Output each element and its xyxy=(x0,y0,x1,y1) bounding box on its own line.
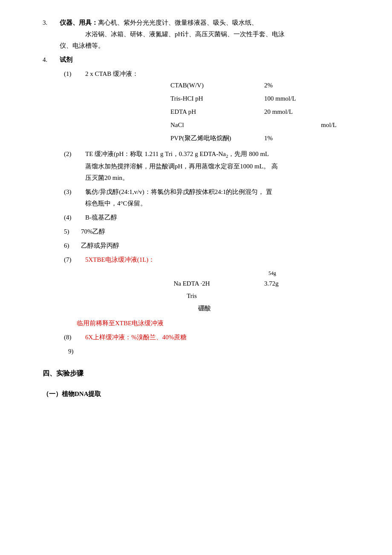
tbe-value-col-1: 54g 3.72g xyxy=(264,269,279,290)
paren-2-text1a: TE 缓冲液(pH：称取 1.211 g Tri，0.372 g EDTA-Na xyxy=(85,150,226,157)
item-3-text1: 离心机、紫外分光光度计、微量移液器、吸头、吸水纸、 xyxy=(98,19,258,26)
paren-4-label: (4) xyxy=(64,212,85,223)
item-3: 3. 仪器、用具：离心机、紫外分光光度计、微量移液器、吸头、吸水纸、 水浴锅、冰… xyxy=(43,17,358,52)
tbe-label-2: Tris xyxy=(145,290,239,302)
ctab-row-5: PVP(聚乙烯吡咯烷酮) 1% xyxy=(170,133,358,144)
ctab-value-1: 2% xyxy=(264,80,341,91)
ctab-label-5: PVP(聚乙烯吡咯烷酮) xyxy=(170,133,264,144)
paren-1-title: 2 x CTAB 缓冲液： xyxy=(85,68,358,80)
item-3-content: 仪器、用具：离心机、紫外分光光度计、微量移液器、吸头、吸水纸、 水浴锅、冰箱、研… xyxy=(60,17,358,52)
paren-8-text: 6X上样缓冲液：%溴酚兰、40%蔗糖 xyxy=(85,332,187,343)
paren-2-line2: 蒸馏水加热搅拌溶解，用盐酸调pH，再用蒸馏水定容至1000 mL。 高 xyxy=(85,161,358,172)
item-5-text: 70%乙醇 xyxy=(81,226,106,237)
paren-8-label: (8) xyxy=(64,332,85,343)
section-4-block: 四、实验步骤 xyxy=(43,367,358,380)
tbe-label-1: Na EDTA ·2H xyxy=(145,278,239,289)
ctab-row-2: Tris-HCI pH 100 mmol/L xyxy=(170,93,358,104)
item-3-line2: 水浴锅、冰箱、研钵、液氮罐、pH计、高压灭菌锅、一次性手套、电泳 xyxy=(85,29,358,40)
dilute-note: 临用前稀释至XTBE电泳缓冲液 xyxy=(77,318,358,329)
item-4: 4. 试剂 xyxy=(43,54,358,66)
paren-2-line1: TE 缓冲液(pH：称取 1.211 g Tri，0.372 g EDTA-Na… xyxy=(85,148,358,161)
tbe-label-3: 硼酸 xyxy=(158,303,251,314)
item-6: 6) 乙醇或异丙醇 xyxy=(64,240,358,251)
paren-2-content: TE 缓冲液(pH：称取 1.211 g Tri，0.372 g EDTA-Na… xyxy=(85,148,358,184)
ctab-row-1: CTAB(W/V) 2% xyxy=(170,80,358,91)
ctab-value-3: 20 mmol/L xyxy=(264,106,341,118)
subsection-1-block: （一）植物DNA提取 xyxy=(43,388,358,400)
item-3-text2: 水浴锅、冰箱、研钵、液氮罐、pH计、高压灭菌锅、一次性手套、电泳 xyxy=(85,31,285,38)
paren-7: (7) 5XTBE电泳缓冲液(1L)： xyxy=(64,254,358,266)
item-3-text3: 仪、电泳槽等。 xyxy=(60,42,104,49)
paren-3-content: 氯仿/异戊醇(24:1,v/v)：将氯仿和异戊醇按体积24:1的比例混匀， 置 … xyxy=(85,186,358,209)
item-6-text: 乙醇或异丙醇 xyxy=(81,240,119,251)
paren-2-text3: 压灭菌20 min。 xyxy=(85,174,129,181)
paren-2-text1b: ，先用 800 mL xyxy=(228,150,269,157)
paren-3-line1: 氯仿/异戊醇(24:1,v/v)：将氯仿和异戊醇按体积24:1的比例混匀， 置 xyxy=(85,186,358,198)
ctab-label-1: CTAB(W/V) xyxy=(170,80,264,91)
tbe-row-1: Na EDTA ·2H 54g 3.72g xyxy=(145,269,358,290)
paren-3: (3) 氯仿/异戊醇(24:1,v/v)：将氯仿和异戊醇按体积24:1的比例混匀… xyxy=(64,186,358,209)
paren-4: (4) B-巯基乙醇 xyxy=(64,212,358,223)
paren-4-content: B-巯基乙醇 xyxy=(85,212,358,223)
tbe-value-1: 3.72g xyxy=(264,278,279,289)
item-9: 9) xyxy=(64,346,358,357)
item-3-num: 3. xyxy=(43,17,60,29)
ctab-label-2: Tris-HCI pH xyxy=(170,93,264,104)
paren-4-text: B-巯基乙醇 xyxy=(85,214,117,221)
paren-1-content: 2 x CTAB 缓冲液： CTAB(W/V) 2% Tris-HCI pH 1… xyxy=(85,68,358,146)
item-5: 5) 70%乙醇 xyxy=(64,226,358,237)
paren-2: (2) TE 缓冲液(pH：称取 1.211 g Tri，0.372 g EDT… xyxy=(64,148,358,184)
paren-2-line3: 压灭菌20 min。 xyxy=(85,172,358,184)
paren-2-text2: 蒸馏水加热搅拌溶解，用盐酸调pH，再用蒸馏水定容至1000 mL。 高 xyxy=(85,163,278,170)
item-4-content: 试剂 xyxy=(60,54,358,66)
item-3-line3: 仪、电泳槽等。 xyxy=(60,40,358,52)
item-4-label-bold: 试剂 xyxy=(60,56,72,63)
tbe-row-3: 硼酸 xyxy=(145,303,358,314)
tbe-value-1-top: 54g xyxy=(268,269,276,278)
ctab-row-4: NaCl mol/L xyxy=(170,119,358,131)
item-4-num: 4. xyxy=(43,54,60,66)
item-3-label-bold: 仪器、用具： xyxy=(60,19,98,26)
paren-3-line2: 棕色瓶中，4°C保留。 xyxy=(85,198,358,209)
ctab-row-3: EDTA pH 20 mmol/L xyxy=(170,106,358,118)
item-6-label: 6) xyxy=(64,240,81,251)
ctab-value-5: 1% xyxy=(264,133,341,144)
subsection-1-title: （一）植物DNA提取 xyxy=(43,388,358,400)
paren-8: (8) 6X上样缓冲液：%溴酚兰、40%蔗糖 xyxy=(64,332,358,343)
paren-7-label: (7) xyxy=(64,254,85,266)
section-4-title: 四、实验步骤 xyxy=(43,367,358,380)
item-5-label: 5) xyxy=(64,226,81,237)
paren-1-label: (1) xyxy=(64,68,85,80)
paren-1: (1) 2 x CTAB 缓冲液： CTAB(W/V) 2% Tris-HCI … xyxy=(64,68,358,146)
tbe-row-2: Tris xyxy=(145,290,358,302)
paren-7-text: 5XTBE电泳缓冲液(1L)： xyxy=(85,254,155,266)
ctab-label-3: EDTA pH xyxy=(170,106,264,118)
paren-3-label: (3) xyxy=(64,186,85,198)
ctab-value-2: 100 mmol/L xyxy=(264,93,341,104)
paren-2-label: (2) xyxy=(64,148,85,160)
tbe-table: Na EDTA ·2H 54g 3.72g Tris 硼酸 xyxy=(145,269,358,315)
ctab-value-4: mol/L xyxy=(264,119,341,131)
ctab-label-4: NaCl xyxy=(170,119,264,131)
dilute-text: 临用前稀释至XTBE电泳缓冲液 xyxy=(77,320,164,327)
item-9-label: 9) xyxy=(68,346,85,357)
